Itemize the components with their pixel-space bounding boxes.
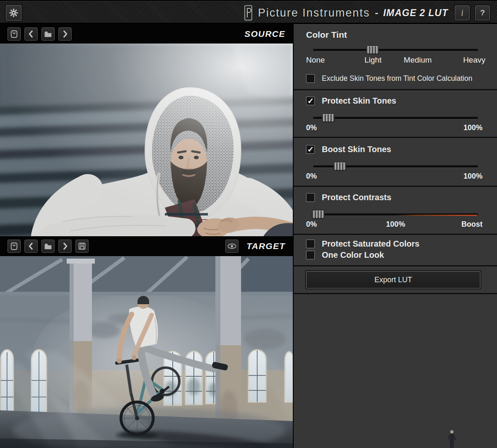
tint-label-light: Light xyxy=(364,56,381,65)
protect-skin-tones-checkbox[interactable] xyxy=(306,97,315,105)
chevron-right-icon xyxy=(60,242,70,251)
save-icon xyxy=(77,242,87,251)
source-toolbar: SOURCE xyxy=(0,24,293,44)
protect-contrasts-scale: 0% 100% Boost xyxy=(306,220,483,230)
color-tint-section: Color Tint None Light Medium Heavy Exclu… xyxy=(294,24,497,89)
exclude-skin-tones-row: Exclude Skin Tones from Tint Color Calcu… xyxy=(306,74,472,83)
source-prev-button[interactable] xyxy=(24,27,38,41)
boost-skin-tones-scale: 0% 100% xyxy=(306,172,483,182)
protect-skin-tones-track[interactable] xyxy=(313,117,478,119)
target-next-button[interactable] xyxy=(58,240,72,253)
settings-button[interactable] xyxy=(6,5,22,21)
one-color-look-row: One Color Look xyxy=(306,250,384,260)
boost-skin-tones-label: Boost Skin Tones xyxy=(322,145,391,154)
source-photo-man-in-hoodie xyxy=(0,44,293,236)
protect-skin-tones-handle[interactable] xyxy=(322,114,335,122)
app-title: Picture Instruments - IMAGE 2 LUT xyxy=(244,1,448,25)
exclude-skin-tones-checkbox[interactable] xyxy=(306,74,315,83)
clipboard-paste-icon xyxy=(10,29,19,39)
source-image[interactable] xyxy=(0,44,293,236)
protect-saturated-checkbox[interactable] xyxy=(306,240,315,248)
control-panel: Color Tint None Light Medium Heavy Exclu… xyxy=(293,24,497,448)
folder-open-icon xyxy=(43,242,53,251)
protect-saturated-row: Protect Saturated Colors xyxy=(306,239,420,249)
eye-preview-icon xyxy=(227,241,237,251)
target-label: TARGET xyxy=(246,241,285,251)
export-lut-button[interactable]: Export LUT xyxy=(306,271,480,288)
chevron-left-icon xyxy=(27,29,36,39)
tint-label-none: None xyxy=(306,56,325,65)
protect-contrasts-row: Protect Contrasts xyxy=(306,193,391,202)
color-tint-slider-handle[interactable] xyxy=(366,46,379,54)
tint-label-medium: Medium xyxy=(404,56,432,65)
protect-skin-tones-section: Protect Skin Tones 0% 100% xyxy=(294,90,497,137)
protect-contrasts-section: Protect Contrasts 0% 100% Boost xyxy=(294,187,497,234)
titlebar: Picture Instruments - IMAGE 2 LUT i ? xyxy=(0,0,497,24)
help-button[interactable]: ? xyxy=(475,5,490,20)
color-tint-title: Color Tint xyxy=(306,30,347,40)
protect-skin-tones-scale: 0% 100% xyxy=(306,124,483,133)
protect-contrasts-checkbox[interactable] xyxy=(306,193,315,202)
title-separator: - xyxy=(375,7,378,19)
mid-label: 100% xyxy=(386,220,405,229)
max-label: Boost xyxy=(461,220,483,229)
product-name: IMAGE 2 LUT xyxy=(383,7,448,19)
chevron-left-icon xyxy=(27,242,36,251)
color-tint-scale: None Light Medium Heavy xyxy=(304,56,486,65)
protect-skin-tones-label: Protect Skin Tones xyxy=(322,96,396,106)
folder-open-icon xyxy=(43,29,53,39)
source-label: SOURCE xyxy=(244,29,285,39)
image2lut-window: Picture Instruments - IMAGE 2 LUT i ? xyxy=(0,0,497,448)
target-open-button[interactable] xyxy=(41,240,55,253)
boost-skin-tones-handle[interactable] xyxy=(333,162,346,171)
target-image[interactable] xyxy=(0,256,293,448)
ceiling xyxy=(0,256,293,295)
boost-skin-tones-slider[interactable] xyxy=(313,162,478,171)
tiny-figure-silhouette xyxy=(447,428,456,448)
protect-skin-tones-row: Protect Skin Tones xyxy=(306,96,396,106)
one-color-look-checkbox[interactable] xyxy=(306,251,315,259)
protect-contrasts-slider[interactable] xyxy=(313,210,478,219)
chevron-right-icon xyxy=(60,29,70,39)
picture-instruments-logo xyxy=(244,5,253,21)
boost-gradient-line xyxy=(396,215,477,216)
target-toolbar: TARGET xyxy=(0,236,293,256)
source-next-button[interactable] xyxy=(58,27,72,41)
color-tint-slider-track[interactable] xyxy=(313,49,478,51)
exclude-skin-tones-label: Exclude Skin Tones from Tint Color Calcu… xyxy=(322,74,472,83)
protect-skin-tones-slider[interactable] xyxy=(313,114,478,122)
source-open-button[interactable] xyxy=(41,27,55,41)
panel-filler xyxy=(294,294,497,448)
boost-skin-tones-section: Boost Skin Tones 0% 100% xyxy=(294,138,497,186)
gear-icon xyxy=(9,8,19,18)
tint-label-heavy: Heavy xyxy=(463,56,485,65)
boost-skin-tones-checkbox[interactable] xyxy=(306,145,315,154)
export-section: Export LUT xyxy=(294,266,497,293)
misc-options-section: Protect Saturated Colors One Color Look xyxy=(294,235,497,265)
boost-skin-tones-row: Boost Skin Tones xyxy=(306,145,391,154)
help-icon: ? xyxy=(480,8,485,17)
info-icon: i xyxy=(461,8,463,18)
protect-contrasts-label: Protect Contrasts xyxy=(322,193,391,202)
max-label: 100% xyxy=(463,172,483,181)
brand-name: Picture Instruments xyxy=(258,7,370,19)
min-label: 0% xyxy=(306,124,317,132)
target-save-button[interactable] xyxy=(75,240,89,253)
min-label: 0% xyxy=(306,220,317,229)
target-paste-button[interactable] xyxy=(7,240,21,253)
clipboard-paste-icon xyxy=(10,242,19,251)
min-label: 0% xyxy=(306,172,317,181)
one-color-look-label: One Color Look xyxy=(322,250,384,260)
max-label: 100% xyxy=(463,124,483,132)
info-button[interactable]: i xyxy=(455,5,470,20)
protect-saturated-label: Protect Saturated Colors xyxy=(322,239,420,249)
color-tint-slider[interactable] xyxy=(313,46,478,54)
target-preview-button[interactable] xyxy=(225,240,239,253)
target-photo-bmx-rider xyxy=(0,256,293,448)
protect-contrasts-handle[interactable] xyxy=(312,210,325,219)
source-paste-button[interactable] xyxy=(7,27,21,41)
target-prev-button[interactable] xyxy=(24,240,38,253)
